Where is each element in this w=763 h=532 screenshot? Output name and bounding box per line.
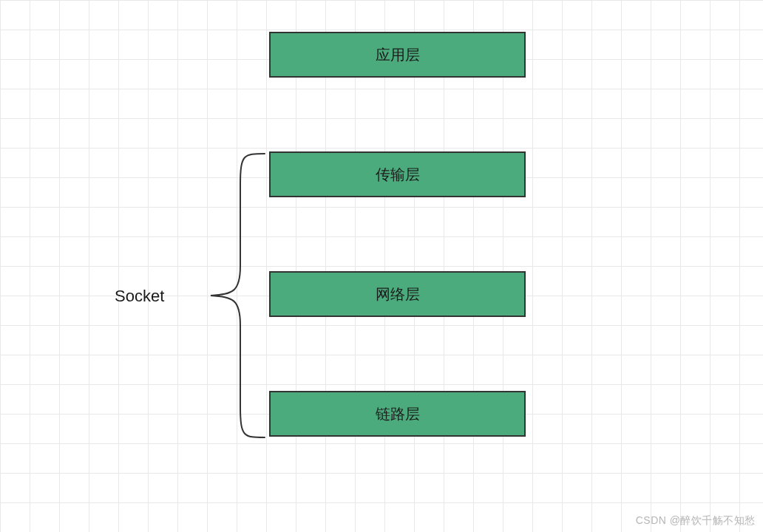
layer-network-label: 网络层 [376, 284, 420, 304]
layer-transport: 传输层 [269, 151, 526, 197]
layer-link-label: 链路层 [376, 404, 420, 424]
layer-transport-label: 传输层 [376, 165, 420, 185]
watermark-text: CSDN @醉饮千觞不知愁 [636, 514, 756, 528]
layer-application-label: 应用层 [376, 45, 420, 65]
network-layer-diagram: 应用层 传输层 网络层 链路层 Socket CSDN @醉饮千觞不知愁 [0, 0, 763, 532]
layer-application: 应用层 [269, 32, 526, 78]
layer-network: 网络层 [269, 271, 526, 317]
layer-link: 链路层 [269, 391, 526, 437]
socket-label: Socket [115, 287, 164, 306]
brace-icon [200, 148, 266, 443]
